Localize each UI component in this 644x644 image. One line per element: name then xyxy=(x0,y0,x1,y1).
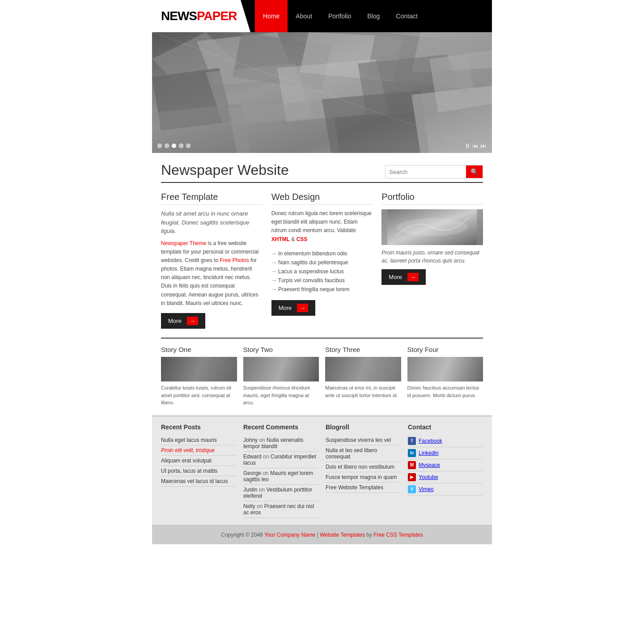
xhtml-link[interactable]: XHTML xyxy=(271,236,290,242)
hero-controls: ⏸ ⏮ ⏭ xyxy=(152,142,492,149)
more-arrow-icon: → xyxy=(297,304,308,312)
story-four-title: Story Four xyxy=(407,346,483,353)
search-button[interactable]: 🔍 xyxy=(466,165,483,178)
list-item: Nam sagittis dui pellentesque xyxy=(271,258,373,267)
portfolio-more-btn[interactable]: More → xyxy=(381,269,426,285)
story-three: Story Three Maecenas ut eros mi, in susc… xyxy=(325,346,401,407)
hero-dot-5[interactable] xyxy=(186,144,191,148)
recent-post-link[interactable]: Maecenas vel lacus id lacus xyxy=(161,478,228,484)
blogroll-link[interactable]: Free Website Templates xyxy=(326,484,383,491)
nav-portfolio[interactable]: Portfolio xyxy=(320,0,359,32)
recent-posts-title: Recent Posts xyxy=(161,424,236,431)
nav-home[interactable]: Home xyxy=(255,0,288,32)
comment-item: Justin on Vestibulum porttitor eleifend xyxy=(243,485,318,501)
footer-copyright: Copyright © 2048 xyxy=(221,532,264,538)
hero-dot-1[interactable] xyxy=(157,144,162,148)
comment-author[interactable]: Johny xyxy=(243,437,258,443)
blogroll-title: Blogroll xyxy=(326,424,401,431)
social-linkedin: in Linkedin xyxy=(408,447,483,459)
youtube-icon: ▶ xyxy=(408,473,416,481)
list-item: Fusce tempor magna in quam xyxy=(326,472,401,483)
comment-author[interactable]: George xyxy=(243,470,261,476)
comment-author[interactable]: Justin xyxy=(243,487,257,493)
list-item: Free Website Templates xyxy=(326,483,401,493)
hero-dot-2[interactable] xyxy=(165,144,169,148)
list-item: Nulla et leo sed libero consequat xyxy=(326,445,401,462)
nav-blog[interactable]: Blog xyxy=(359,0,388,32)
nav: Home About Portfolio Blog Contact xyxy=(250,0,492,32)
footer-company-link[interactable]: Your Company Name xyxy=(264,532,315,538)
logo-news: NEWS xyxy=(161,9,197,23)
youtube-link[interactable]: Youtube xyxy=(419,474,438,480)
hero-pause-btn[interactable]: ⏸ xyxy=(464,142,470,149)
facebook-link[interactable]: Facebook xyxy=(419,438,442,444)
recent-comments-list: Johny on Nulla venenatis tempor blandit … xyxy=(243,435,318,518)
myspace-link[interactable]: Myspace xyxy=(419,462,440,468)
free-template-title: Free Template xyxy=(161,192,263,205)
css-link[interactable]: CSS xyxy=(297,236,308,242)
list-item: Ut porta, lacus at mattis xyxy=(161,466,236,476)
more-arrow-icon: → xyxy=(407,273,419,281)
search-box: 🔍 xyxy=(385,165,483,178)
hero-dot-3[interactable] xyxy=(172,144,176,148)
comment-author[interactable]: Edward xyxy=(243,453,262,460)
vimeo-link[interactable]: Vimeo xyxy=(419,486,434,492)
facebook-icon: f xyxy=(408,437,416,445)
widget-blogroll: Blogroll Suspendisse viverra leo vel Nul… xyxy=(326,424,401,518)
recent-post-link[interactable]: Ut porta, lacus at mattis xyxy=(161,468,217,474)
list-item: Turpis vel convallis faucibus xyxy=(271,276,373,285)
logo-area: NEWSPAPER xyxy=(152,0,250,32)
recent-post-link[interactable]: Proin elit velit, tristique xyxy=(161,447,215,453)
story-four-text: Donec faucibus accumsan lectus id posuer… xyxy=(407,384,483,399)
web-design-title: Web Design xyxy=(271,192,373,205)
list-item: Maecenas vel lacus id lacus xyxy=(161,476,236,487)
three-columns: Free Template Nulla sit amet arcu in nun… xyxy=(161,192,483,329)
story-three-title: Story Three xyxy=(325,346,401,353)
social-facebook: f Facebook xyxy=(408,435,483,447)
recent-post-link[interactable]: Nulla eget lacus mauris xyxy=(161,437,217,443)
search-input[interactable] xyxy=(386,165,466,178)
story-two: Story Two Suspendisse rhoncus tincidunt … xyxy=(243,346,319,407)
vimeo-icon: V xyxy=(408,485,416,493)
blogroll-link[interactable]: Nulla et leo sed libero consequat xyxy=(326,447,377,460)
list-item: Aliquam erat volutpat xyxy=(161,456,236,466)
free-template-more-btn[interactable]: More → xyxy=(161,313,205,329)
portfolio-column: Portfolio xyxy=(381,192,483,329)
main-content: Newspaper Website 🔍 Free Template Nulla … xyxy=(152,153,492,407)
logo-paper: PAPER xyxy=(197,9,237,23)
myspace-icon: M xyxy=(408,461,416,469)
newspaper-theme-link[interactable]: Newspaper Theme xyxy=(161,240,206,246)
footer-css-templates-link[interactable]: Free CSS Templates xyxy=(373,532,423,538)
blogroll-link[interactable]: Duis et libero non vestibulum xyxy=(326,464,394,470)
social-youtube: ▶ Youtube xyxy=(408,471,483,483)
social-vimeo: V Vimeo xyxy=(408,483,483,496)
comment-item: Nelly on Praesent nec dui nisl ac eros xyxy=(243,501,318,518)
nav-about[interactable]: About xyxy=(288,0,320,32)
hero-dots xyxy=(157,144,191,148)
recent-post-link[interactable]: Aliquam erat volutpat xyxy=(161,458,212,464)
blogroll-link[interactable]: Fusce tempor magna in quam xyxy=(326,474,397,480)
linkedin-link[interactable]: Linkedin xyxy=(419,450,439,456)
free-photos-link[interactable]: Free Photos xyxy=(220,257,249,263)
recent-comments-title: Recent Comments xyxy=(243,424,318,431)
hero-banner: ⏸ ⏮ ⏭ xyxy=(152,32,492,153)
hero-prev-btn[interactable]: ⏮ xyxy=(472,142,479,149)
web-design-more-btn[interactable]: More → xyxy=(271,300,316,316)
hero-next-btn[interactable]: ⏭ xyxy=(480,142,487,149)
list-item: Praesent fringilla neque lorem xyxy=(271,285,373,294)
story-one: Story One Curabitur turpis turpis, rutru… xyxy=(161,346,237,407)
comment-author[interactable]: Nelly xyxy=(243,503,255,509)
linkedin-icon: in xyxy=(408,449,416,457)
blogroll-link[interactable]: Suspendisse viverra leo vel xyxy=(326,437,391,443)
list-item: Lacus a suspendisse luctus xyxy=(271,267,373,276)
web-design-column: Web Design Donec rutrum ligula nec lorem… xyxy=(271,192,373,329)
hero-dot-4[interactable] xyxy=(179,144,183,148)
story-three-image xyxy=(325,357,401,381)
nav-contact[interactable]: Contact xyxy=(388,0,425,32)
story-four: Story Four Donec faucibus accumsan lectu… xyxy=(407,346,483,407)
contact-title: Contact xyxy=(408,424,483,431)
list-item: Duis et libero non vestibulum xyxy=(326,462,401,472)
list-item: Suspendisse viverra leo vel xyxy=(326,435,401,445)
recent-posts-list: Nulla eget lacus mauris Proin elit velit… xyxy=(161,435,236,487)
footer-templates-link[interactable]: Website Templates xyxy=(320,532,365,538)
